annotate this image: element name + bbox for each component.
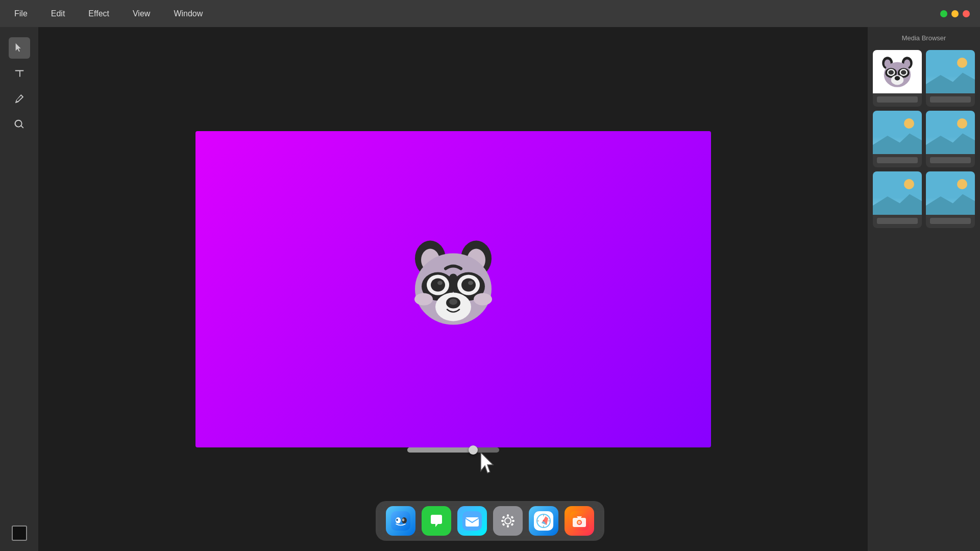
select-tool[interactable] (9, 37, 30, 59)
media-thumb-3 (873, 111, 922, 154)
svg-rect-43 (507, 514, 509, 517)
dock-icon-camera[interactable] (565, 506, 594, 536)
svg-point-31 (895, 76, 900, 80)
svg-point-11 (437, 281, 443, 285)
svg-point-38 (403, 519, 404, 520)
svg-point-37 (397, 519, 398, 520)
window-btn-yellow[interactable] (951, 10, 959, 17)
media-item-6[interactable] (926, 171, 975, 228)
svg-point-18 (474, 293, 492, 305)
media-item-2[interactable] (926, 50, 975, 107)
dock-icon-finder[interactable] (386, 506, 415, 536)
media-thumb-2 (926, 50, 975, 93)
svg-rect-44 (507, 525, 509, 528)
pen-tool[interactable] (9, 88, 30, 110)
media-item-4[interactable] (926, 111, 975, 167)
menu-file[interactable]: File (10, 7, 32, 20)
svg-point-17 (414, 293, 433, 305)
media-label-5 (877, 218, 918, 224)
zoom-tool[interactable] (9, 114, 30, 135)
menu-bar: File Edit Effect View Window (10, 7, 207, 20)
svg-point-29 (901, 70, 906, 74)
canvas-area (38, 27, 868, 551)
raccoon-image (402, 230, 504, 337)
svg-point-10 (461, 278, 476, 291)
svg-point-28 (889, 70, 894, 74)
dock-icon-mail[interactable] (457, 506, 487, 536)
menu-window[interactable]: Window (169, 7, 207, 20)
media-label-2 (930, 96, 971, 103)
dock (376, 501, 604, 541)
svg-rect-45 (501, 520, 504, 522)
svg-rect-13 (449, 273, 457, 289)
main-layout: Media Browser (0, 27, 980, 551)
dock-icon-safari[interactable] (529, 506, 558, 536)
media-item-5[interactable] (873, 171, 922, 228)
canvas-wrapper (195, 131, 711, 447)
panel-title: Media Browser (873, 32, 975, 44)
svg-rect-46 (512, 520, 514, 522)
window-controls (940, 10, 970, 17)
media-label-4 (930, 157, 971, 163)
timeline-slider[interactable] (407, 447, 499, 453)
menu-effect[interactable]: Effect (84, 7, 113, 20)
media-grid (873, 50, 975, 228)
window-btn-red[interactable] (963, 10, 970, 17)
media-thumb-5 (873, 171, 922, 215)
menu-view[interactable]: View (129, 7, 154, 20)
media-label-1 (877, 96, 918, 103)
left-toolbar (0, 27, 38, 551)
media-thumb-1 (873, 50, 922, 93)
cursor-icon (479, 452, 497, 478)
media-thumb-6 (926, 171, 975, 215)
dock-icon-settings[interactable] (493, 506, 523, 536)
dock-icon-messages[interactable] (422, 506, 451, 536)
right-panel: Media Browser (868, 27, 980, 551)
media-label-3 (877, 157, 918, 163)
text-tool[interactable] (9, 63, 30, 84)
title-bar: File Edit Effect View Window (0, 0, 980, 27)
menu-edit[interactable]: Edit (47, 7, 69, 20)
window-btn-green[interactable] (940, 10, 947, 17)
media-label-6 (930, 218, 971, 224)
svg-point-16 (449, 298, 457, 305)
main-canvas[interactable] (195, 131, 711, 447)
svg-rect-32 (391, 511, 410, 531)
media-item-3[interactable] (873, 111, 922, 167)
media-thumb-4 (926, 111, 975, 154)
media-item-1[interactable] (873, 50, 922, 107)
svg-point-12 (468, 281, 473, 285)
color-swatch[interactable] (12, 525, 27, 541)
svg-point-61 (578, 521, 581, 524)
svg-rect-42 (498, 511, 518, 531)
svg-point-9 (431, 278, 445, 291)
